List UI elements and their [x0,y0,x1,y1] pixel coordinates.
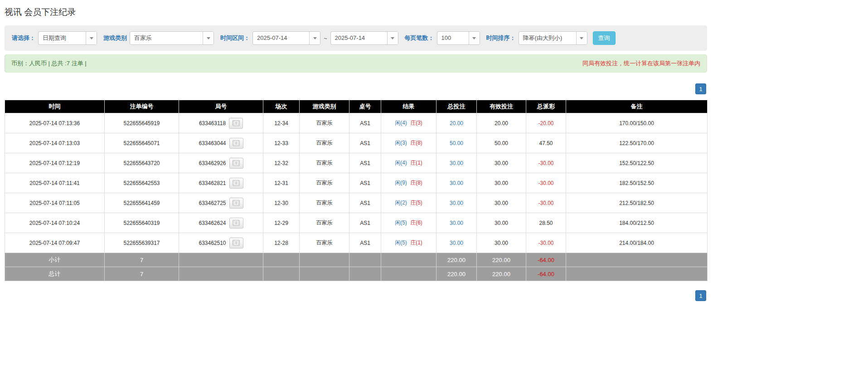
result-banker: 庄(6) [410,219,422,226]
video-icon [233,200,240,206]
subtotal-empty-cell [381,253,436,267]
video-replay-button[interactable] [229,218,243,229]
sort-order-label: 时间排序： [486,34,516,42]
total-bet-link[interactable]: 30.00 [450,220,463,226]
cell-time: 2025-07-14 07:11:41 [5,173,105,193]
cell-result: 闲(2) 庄(5) [381,193,436,213]
bet-records-table: 时间 注单编号 局号 场次 游戏类别 桌号 结果 总投注 有效投注 总派彩 备注… [5,100,708,281]
result-banker: 庄(3) [410,120,422,126]
video-replay-button[interactable] [229,118,243,129]
round-id-text: 633463044 [199,140,226,146]
round-id-text: 633462821 [199,180,226,186]
sort-order-select[interactable]: 降幂(由大到小) [519,31,587,45]
chevron-down-icon[interactable] [86,32,97,44]
cell-time: 2025-07-14 07:11:05 [5,193,105,213]
pagination-top: 1 [5,83,706,94]
total-bet-link[interactable]: 50.00 [450,140,463,146]
cell-session: 12-28 [263,233,300,253]
page-size-select[interactable]: 100 [437,31,480,45]
result-banker: 庄(8) [410,180,422,186]
total-empty-cell [179,267,263,281]
total-bet-link[interactable]: 20.00 [450,120,463,127]
chevron-down-icon[interactable] [203,32,213,44]
cell-payout: -20.00 [526,113,566,133]
chevron-down-icon[interactable] [309,32,320,44]
cell-total-bet: 30.00 [436,153,477,173]
result-banker: 庄(1) [410,160,422,166]
result-player: 闲(4) [395,160,407,166]
cell-round-id: 633462510 [179,233,263,253]
header-session: 场次 [263,100,300,113]
video-icon [233,220,240,226]
pagination-bottom: 1 [5,290,706,301]
search-button[interactable]: 查询 [593,31,616,45]
video-replay-button[interactable] [229,238,243,248]
cell-bet-id: 522655639317 [105,233,179,253]
header-result: 结果 [381,100,436,113]
page-button-1[interactable]: 1 [695,290,706,301]
chevron-down-icon[interactable] [576,32,587,44]
subtotal-empty-cell [566,253,708,267]
cell-table-no: AS1 [349,233,381,253]
cell-valid-bet: 30.00 [477,213,526,233]
date-range-label: 时间区间： [220,34,250,42]
result-player: 闲(3) [395,140,407,146]
video-replay-button[interactable] [229,198,243,209]
date-to-value: 2025-07-14 [331,32,387,44]
date-from-select[interactable]: 2025-07-14 [252,31,320,45]
query-type-select[interactable]: 日期查询 [38,31,97,45]
game-type-value: 百家乐 [130,32,203,44]
cell-game: 百家乐 [300,173,349,193]
cell-bet-id: 522655641459 [105,193,179,213]
total-bet-link[interactable]: 30.00 [450,180,463,186]
result-player: 闲(4) [395,120,407,126]
header-payout: 总派彩 [526,100,566,113]
header-time: 时间 [5,100,105,113]
subtotal-count: 7 [105,253,179,267]
cell-table-no: AS1 [349,213,381,233]
cell-session: 12-34 [263,113,300,133]
cell-remark: 170.00/150.00 [566,113,708,133]
chevron-down-icon[interactable] [387,32,398,44]
chevron-down-icon[interactable] [469,32,480,44]
cell-result: 闲(4) 庄(3) [381,113,436,133]
subtotal-empty-cell [349,253,381,267]
result-banker: 庄(5) [410,200,422,206]
total-bet-link[interactable]: 30.00 [450,200,463,206]
total-bet-link[interactable]: 30.00 [450,160,463,166]
total-row: 总计 7 220.00 220.00 -64.00 [5,267,708,281]
cell-total-bet: 50.00 [436,133,477,153]
round-id-text: 633463118 [199,120,226,127]
cell-game: 百家乐 [300,113,349,133]
page-button-1[interactable]: 1 [695,83,706,94]
cell-table-no: AS1 [349,113,381,133]
result-player: 闲(5) [395,239,407,246]
total-empty-cell [349,267,381,281]
cell-game: 百家乐 [300,233,349,253]
total-bet-link[interactable]: 30.00 [450,240,463,246]
sort-order-value: 降幂(由大到小) [519,32,576,44]
cell-remark: 182.50/152.50 [566,173,708,193]
cell-result: 闲(5) 庄(1) [381,233,436,253]
video-replay-button[interactable] [229,138,243,149]
cell-table-no: AS1 [349,193,381,213]
video-replay-button[interactable] [229,178,243,189]
video-replay-button[interactable] [229,158,243,169]
total-label: 总计 [5,267,105,281]
cell-valid-bet: 30.00 [477,153,526,173]
table-row: 2025-07-14 07:11:05 522655641459 6334627… [5,193,708,213]
cell-payout: 47.50 [526,133,566,153]
cell-remark: 152.50/122.50 [566,153,708,173]
subtotal-valid-bet: 220.00 [477,253,526,267]
cell-session: 12-31 [263,173,300,193]
cell-remark: 184.00/212.50 [566,213,708,233]
game-type-select[interactable]: 百家乐 [130,31,214,45]
total-valid-bet: 220.00 [477,267,526,281]
round-id-text: 633462510 [199,240,226,246]
query-type-label: 请选择： [12,34,35,42]
table-row: 2025-07-14 07:09:47 522655639317 6334625… [5,233,708,253]
cell-game: 百家乐 [300,153,349,173]
cell-bet-id: 522655645071 [105,133,179,153]
cell-time: 2025-07-14 07:10:24 [5,213,105,233]
date-to-select[interactable]: 2025-07-14 [330,31,398,45]
